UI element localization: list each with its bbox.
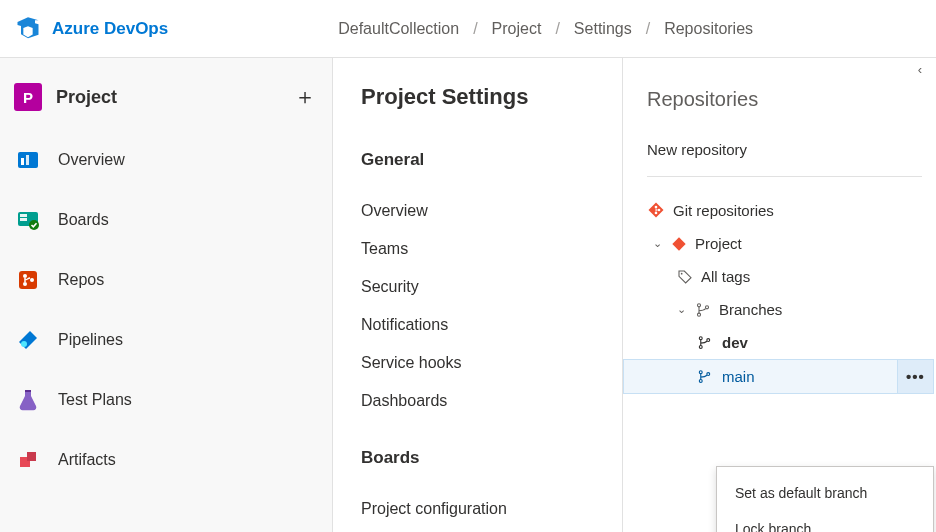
svg-point-9	[23, 282, 27, 286]
project-header[interactable]: P Project ＋	[0, 64, 332, 130]
repositories-panel: ‹ Repositories New repository Git reposi…	[623, 58, 936, 532]
settings-link-teams[interactable]: Teams	[361, 230, 594, 268]
more-icon: •••	[906, 368, 925, 385]
new-repository-link[interactable]: New repository	[647, 141, 936, 176]
git-icon	[671, 236, 687, 252]
settings-link-servicehooks[interactable]: Service hooks	[361, 344, 594, 382]
menu-lock-branch[interactable]: Lock branch	[717, 511, 933, 532]
chevron-down-icon: ⌄	[653, 237, 663, 250]
branch-icon	[697, 369, 712, 384]
sidebar-item-boards[interactable]: Boards	[0, 190, 332, 250]
overview-icon	[14, 146, 42, 174]
svg-point-21	[705, 305, 708, 308]
settings-panel: Project Settings General Overview Teams …	[333, 58, 623, 532]
sidebar-item-label: Repos	[58, 271, 104, 289]
svg-point-10	[30, 278, 34, 282]
branch-name: dev	[722, 334, 748, 351]
artifacts-icon	[14, 446, 42, 474]
menu-set-default-branch[interactable]: Set as default branch	[717, 475, 933, 511]
svg-point-26	[699, 379, 702, 382]
settings-link-dashboards[interactable]: Dashboards	[361, 382, 594, 420]
svg-point-16	[655, 212, 658, 215]
project-badge: P	[14, 83, 42, 111]
svg-point-8	[23, 274, 27, 278]
svg-point-24	[707, 339, 710, 342]
svg-point-25	[699, 371, 702, 374]
sidebar-item-label: Overview	[58, 151, 125, 169]
brand-label: Azure DevOps	[52, 19, 168, 39]
brand[interactable]: Azure DevOps	[14, 15, 168, 43]
svg-point-20	[697, 313, 700, 316]
devops-logo-icon	[14, 15, 42, 43]
settings-link-notifications[interactable]: Notifications	[361, 306, 594, 344]
svg-rect-7	[19, 271, 37, 289]
svg-point-15	[655, 206, 658, 209]
branch-name: main	[722, 368, 755, 385]
breadcrumb-item[interactable]: Settings	[574, 20, 632, 38]
svg-point-17	[658, 209, 661, 212]
git-icon	[647, 201, 665, 219]
sidebar-item-label: Test Plans	[58, 391, 132, 409]
svg-point-22	[699, 337, 702, 340]
chevron-down-icon: ⌄	[677, 303, 687, 316]
svg-rect-5	[20, 218, 27, 221]
breadcrumb-separator-icon: /	[473, 20, 477, 38]
settings-link-overview[interactable]: Overview	[361, 192, 594, 230]
more-actions-button[interactable]: •••	[897, 360, 933, 393]
breadcrumb-item[interactable]: Repositories	[664, 20, 753, 38]
svg-point-18	[681, 272, 683, 274]
branch-row-dev[interactable]: dev	[647, 326, 936, 359]
tree-label: Branches	[719, 301, 782, 318]
breadcrumb-item[interactable]: Project	[492, 20, 542, 38]
svg-rect-2	[26, 155, 29, 165]
breadcrumb-item[interactable]: DefaultCollection	[338, 20, 459, 38]
tag-icon	[677, 269, 693, 285]
settings-title: Project Settings	[361, 84, 594, 110]
svg-rect-1	[21, 158, 24, 165]
svg-point-23	[699, 345, 702, 348]
tree-label: Project	[695, 235, 742, 252]
sidebar-item-artifacts[interactable]: Artifacts	[0, 430, 332, 490]
sidebar-item-testplans[interactable]: Test Plans	[0, 370, 332, 430]
testplans-icon	[14, 386, 42, 414]
sidebar-item-label: Artifacts	[58, 451, 116, 469]
breadcrumb-separator-icon: /	[555, 20, 559, 38]
divider	[647, 176, 922, 177]
branch-context-menu: Set as default branch Lock branch	[716, 466, 934, 532]
boards-icon	[14, 206, 42, 234]
sidebar-item-label: Pipelines	[58, 331, 123, 349]
svg-point-11	[21, 341, 27, 347]
tree-label: Git repositories	[673, 202, 774, 219]
tree-project[interactable]: ⌄ Project	[647, 227, 936, 260]
tree-all-tags[interactable]: All tags	[647, 260, 936, 293]
collapse-panel-icon[interactable]: ‹	[918, 62, 922, 77]
branch-row-main[interactable]: main •••	[623, 359, 934, 394]
settings-group-title: General	[361, 150, 594, 170]
breadcrumb-separator-icon: /	[646, 20, 650, 38]
breadcrumb: DefaultCollection / Project / Settings /…	[338, 20, 753, 38]
settings-group-title: Boards	[361, 448, 594, 468]
sidebar-item-label: Boards	[58, 211, 109, 229]
svg-rect-4	[20, 214, 27, 217]
svg-rect-14	[27, 452, 36, 461]
add-icon[interactable]: ＋	[294, 82, 316, 112]
svg-point-19	[697, 303, 700, 306]
branch-icon	[695, 302, 711, 318]
project-name: Project	[56, 87, 280, 108]
sidebar-item-pipelines[interactable]: Pipelines	[0, 310, 332, 370]
settings-link-projectconfig[interactable]: Project configuration	[361, 490, 594, 528]
pipelines-icon	[14, 326, 42, 354]
tree-label: All tags	[701, 268, 750, 285]
sidebar-item-overview[interactable]: Overview	[0, 130, 332, 190]
topbar: Azure DevOps DefaultCollection / Project…	[0, 0, 936, 58]
svg-rect-12	[25, 390, 31, 392]
repositories-title: Repositories	[647, 88, 936, 111]
settings-link-security[interactable]: Security	[361, 268, 594, 306]
tree-git-repositories[interactable]: Git repositories	[647, 193, 936, 227]
branch-icon	[697, 335, 712, 350]
sidebar-item-repos[interactable]: Repos	[0, 250, 332, 310]
tree-branches[interactable]: ⌄ Branches	[647, 293, 936, 326]
repos-icon	[14, 266, 42, 294]
svg-point-27	[707, 373, 710, 376]
sidebar: P Project ＋ Overview Boards Repos	[0, 58, 333, 532]
